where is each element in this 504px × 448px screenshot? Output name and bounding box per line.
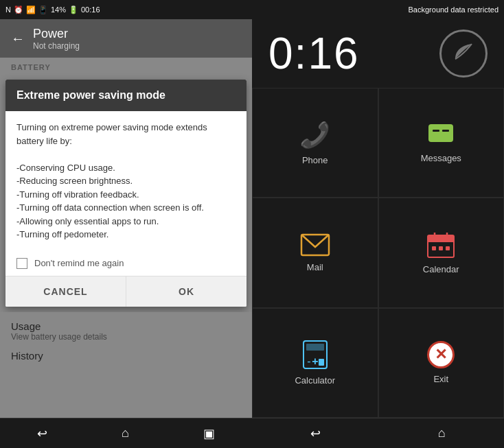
alarm-icon: ⏰ [14,5,23,14]
app-cell-exit[interactable]: ✕ Exit [378,308,505,418]
svg-rect-5 [428,235,454,242]
svg-rect-8 [432,246,436,250]
calendar-label: Calendar [423,264,459,274]
mail-icon [300,233,330,257]
home-nav-right-button[interactable]: ⌂ [433,421,451,446]
signal-icon: 📱 [38,5,48,14]
back-nav-right-button[interactable]: ↩ [305,421,326,447]
calculator-label: Calculator [295,375,335,386]
clock-area: 0:16 [252,19,504,88]
app-grid: 📞 Phone Messages Mail [252,88,504,418]
exit-icon: ✕ [427,341,455,368]
dialog-title: Extreme power saving mode [5,80,247,111]
wifi-icon: 📶 [26,5,36,14]
right-panel: 0:16 📞 Phone Mess [252,19,504,418]
status-left: N ⏰ 📶 📱 14% 🔋 00:16 [5,5,100,14]
dont-remind-row[interactable]: Don't remind me again [5,251,247,276]
sim-icon: N [5,5,11,14]
battery-pct: 14% [51,5,66,14]
svg-rect-10 [446,246,450,250]
usage-title: Usage [11,320,241,332]
back-button[interactable]: ← [11,31,25,47]
clock-display: 0:16 [268,28,360,79]
nav-left: ↩ ⌂ ▣ [0,418,252,448]
app-cell-calendar[interactable]: Calendar [378,198,505,307]
cancel-button[interactable]: CANCEL [5,276,126,307]
recents-nav-button[interactable]: ▣ [198,421,220,447]
history-section[interactable]: History [11,350,241,362]
app-cell-messages[interactable]: Messages [378,88,505,198]
svg-rect-15 [319,359,324,366]
dialog-body: Turning on extreme power saving mode ext… [5,111,247,251]
home-nav-button[interactable]: ⌂ [116,421,135,446]
left-header: ← Power Not charging [0,19,252,58]
main-area: ← Power Not charging BATTERY Extreme pow… [0,19,504,418]
dialog-buttons: CANCEL OK [5,276,247,307]
dont-remind-checkbox[interactable] [16,258,27,269]
svg-rect-0 [428,124,453,142]
extreme-power-dialog: Extreme power saving mode Turning on ext… [5,80,247,307]
left-panel: ← Power Not charging BATTERY Extreme pow… [0,19,252,418]
ok-button[interactable]: OK [126,276,247,307]
battery-icon: 🔋 [69,5,78,14]
calendar-icon [426,231,455,259]
svg-rect-2 [442,130,449,132]
background-data-label: Background data restricted [409,5,499,14]
phone-icon: 📞 [299,121,330,150]
svg-text:+: + [312,355,318,367]
nav-bar: ↩ ⌂ ▣ ↩ ⌂ [0,418,504,448]
status-right: Background data restricted [409,5,499,14]
dont-remind-label: Don't remind me again [34,258,124,268]
battery-section-label: BATTERY [0,58,252,74]
page-title: Power [33,27,80,41]
left-bottom: Usage View battery usage details History [0,312,252,418]
svg-rect-1 [433,130,439,132]
calculator-icon: + - [301,340,330,370]
history-title: History [11,350,241,362]
phone-label: Phone [302,155,328,165]
page-subtitle: Not charging [33,41,80,51]
app-cell-phone[interactable]: 📞 Phone [252,88,378,198]
back-nav-button[interactable]: ↩ [32,421,53,447]
app-cell-calculator[interactable]: + - Calculator [252,308,378,418]
dialog-body-text: Turning on extreme power saving mode ext… [16,122,207,239]
mail-label: Mail [307,262,323,272]
app-cell-mail[interactable]: Mail [252,198,378,307]
nav-right: ↩ ⌂ [252,418,504,448]
svg-rect-9 [439,246,443,250]
usage-subtitle: View battery usage details [11,332,241,342]
header-title-area: Power Not charging [33,27,80,51]
svg-text:-: - [307,355,310,367]
messages-icon [427,123,455,148]
usage-section[interactable]: Usage View battery usage details [11,320,241,342]
status-bar: N ⏰ 📶 📱 14% 🔋 00:16 Background data rest… [0,0,504,19]
clock-status: 00:16 [81,5,100,14]
exit-label: Exit [433,374,448,384]
leaf-icon [439,30,488,78]
svg-rect-12 [306,344,324,351]
messages-label: Messages [421,153,461,163]
